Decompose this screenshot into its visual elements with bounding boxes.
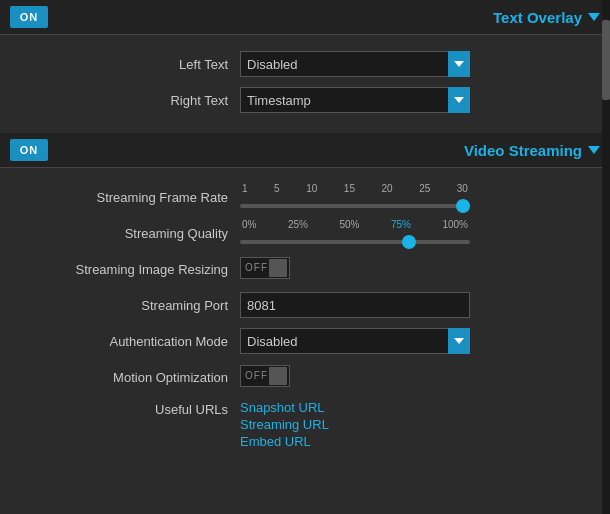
text-overlay-chevron-icon xyxy=(588,13,600,21)
tick-75pct: 75% xyxy=(391,219,411,230)
tick-15: 15 xyxy=(344,183,355,194)
text-overlay-title: Text Overlay xyxy=(493,9,600,26)
image-resizing-toggle-knob xyxy=(269,259,287,277)
video-streaming-header: ON Video Streaming xyxy=(0,133,610,168)
tick-50pct: 50% xyxy=(339,219,359,230)
port-input[interactable] xyxy=(240,292,470,318)
frame-rate-label: Streaming Frame Rate xyxy=(20,190,240,205)
streaming-url-link[interactable]: Streaming URL xyxy=(240,417,329,432)
video-streaming-toggle[interactable]: ON xyxy=(10,139,48,161)
motion-opt-toggle-knob xyxy=(269,367,287,385)
left-text-control: Disabled Timestamp Custom xyxy=(240,51,590,77)
video-streaming-settings: Streaming Frame Rate 1 5 10 15 20 25 30 … xyxy=(0,168,610,465)
tick-0pct: 0% xyxy=(242,219,256,230)
tick-30: 30 xyxy=(457,183,468,194)
right-text-label: Right Text xyxy=(20,93,240,108)
frame-rate-row: Streaming Frame Rate 1 5 10 15 20 25 30 xyxy=(20,182,590,212)
quality-slider-container: 0% 25% 50% 75% 100% xyxy=(240,219,470,247)
image-resizing-toggle-label: OFF xyxy=(245,262,268,273)
text-overlay-title-label: Text Overlay xyxy=(493,9,582,26)
url-links: Snapshot URL Streaming URL Embed URL xyxy=(240,400,329,449)
tick-25pct: 25% xyxy=(288,219,308,230)
left-text-label: Left Text xyxy=(20,57,240,72)
useful-urls-label: Useful URLs xyxy=(20,400,240,417)
auth-mode-select[interactable]: Disabled Basic Digest xyxy=(240,328,470,354)
image-resizing-label: Streaming Image Resizing xyxy=(20,262,240,277)
left-text-select[interactable]: Disabled Timestamp Custom xyxy=(240,51,470,77)
right-text-select-wrapper: Disabled Timestamp Custom xyxy=(240,87,470,113)
quality-slider[interactable] xyxy=(240,240,470,244)
text-overlay-header: ON Text Overlay xyxy=(0,0,610,35)
port-control xyxy=(240,292,590,318)
frame-rate-ticks: 1 5 10 15 20 25 30 xyxy=(240,183,470,194)
auth-mode-select-wrapper: Disabled Basic Digest xyxy=(240,328,470,354)
scrollbar[interactable] xyxy=(602,0,610,514)
video-streaming-chevron-icon xyxy=(588,146,600,154)
image-resizing-control: OFF xyxy=(240,257,590,282)
motion-opt-control: OFF xyxy=(240,365,590,390)
video-streaming-title-label: Video Streaming xyxy=(464,142,582,159)
tick-5: 5 xyxy=(274,183,280,194)
frame-rate-slider[interactable] xyxy=(240,204,470,208)
image-resizing-toggle[interactable]: OFF xyxy=(240,257,290,279)
quality-ticks: 0% 25% 50% 75% 100% xyxy=(240,219,470,230)
left-text-select-wrapper: Disabled Timestamp Custom xyxy=(240,51,470,77)
text-overlay-settings: Left Text Disabled Timestamp Custom Righ… xyxy=(0,35,610,129)
port-label: Streaming Port xyxy=(20,298,240,313)
frame-rate-control: 1 5 10 15 20 25 30 xyxy=(240,183,590,211)
quality-control: 0% 25% 50% 75% 100% xyxy=(240,219,590,247)
motion-opt-toggle-label: OFF xyxy=(245,370,268,381)
left-text-row: Left Text Disabled Timestamp Custom xyxy=(20,49,590,79)
embed-url-link[interactable]: Embed URL xyxy=(240,434,329,449)
auth-mode-label: Authentication Mode xyxy=(20,334,240,349)
right-text-row: Right Text Disabled Timestamp Custom xyxy=(20,85,590,115)
video-streaming-title: Video Streaming xyxy=(464,142,600,159)
text-overlay-toggle[interactable]: ON xyxy=(10,6,48,28)
snapshot-url-link[interactable]: Snapshot URL xyxy=(240,400,329,415)
quality-row: Streaming Quality 0% 25% 50% 75% 100% xyxy=(20,218,590,248)
frame-rate-slider-container: 1 5 10 15 20 25 30 xyxy=(240,183,470,211)
right-text-select[interactable]: Disabled Timestamp Custom xyxy=(240,87,470,113)
useful-urls-row: Useful URLs Snapshot URL Streaming URL E… xyxy=(20,400,590,449)
tick-20: 20 xyxy=(382,183,393,194)
right-text-control: Disabled Timestamp Custom xyxy=(240,87,590,113)
scrollbar-thumb[interactable] xyxy=(602,20,610,100)
auth-mode-row: Authentication Mode Disabled Basic Diges… xyxy=(20,326,590,356)
image-resizing-row: Streaming Image Resizing OFF xyxy=(20,254,590,284)
motion-opt-label: Motion Optimization xyxy=(20,370,240,385)
quality-label: Streaming Quality xyxy=(20,226,240,241)
motion-opt-row: Motion Optimization OFF xyxy=(20,362,590,392)
port-row: Streaming Port xyxy=(20,290,590,320)
tick-25: 25 xyxy=(419,183,430,194)
tick-1: 1 xyxy=(242,183,248,194)
tick-10: 10 xyxy=(306,183,317,194)
motion-opt-toggle[interactable]: OFF xyxy=(240,365,290,387)
tick-100pct: 100% xyxy=(442,219,468,230)
auth-mode-control: Disabled Basic Digest xyxy=(240,328,590,354)
